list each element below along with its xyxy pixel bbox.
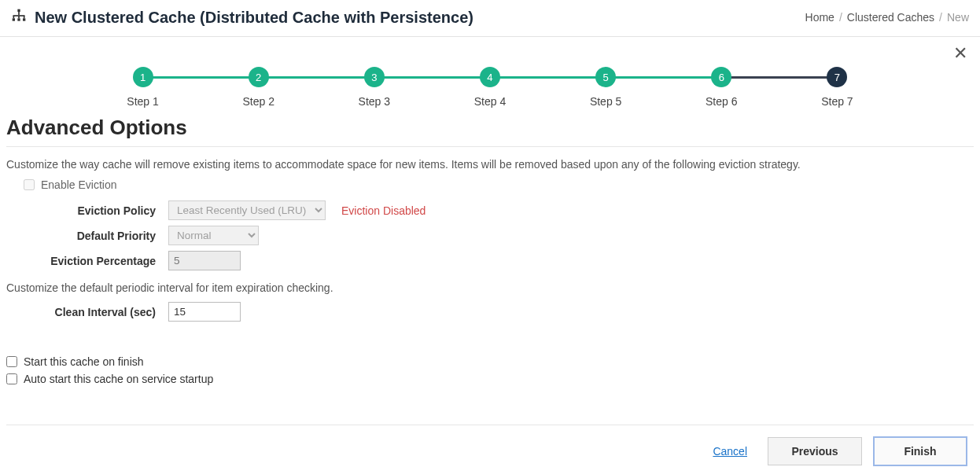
finish-button[interactable]: Finish [873, 436, 967, 466]
step-2[interactable]: 2 Step 2 [201, 67, 316, 108]
svg-rect-1 [13, 18, 15, 20]
step-line [606, 76, 721, 79]
breadcrumb-home[interactable]: Home [805, 11, 834, 24]
eviction-policy-label: Eviction Policy [6, 204, 156, 217]
svg-rect-0 [17, 9, 20, 12]
wizard-panel: ✕ 1 Step 1 2 Step 2 3 Step 3 4 Step 4 5 … [0, 37, 980, 467]
breadcrumb-sep: / [839, 11, 842, 24]
clean-interval-row: Clean Interval (sec) [6, 302, 974, 322]
svg-rect-8 [24, 16, 25, 18]
previous-button[interactable]: Previous [768, 437, 862, 465]
clean-interval-label: Clean Interval (sec) [6, 306, 156, 318]
svg-rect-6 [13, 16, 15, 18]
default-priority-select[interactable]: Normal [168, 226, 259, 245]
auto-start-row: Auto start this cache on service startup [6, 373, 974, 385]
step-label: Step 5 [590, 95, 621, 108]
eviction-pct-row: Eviction Percentage [6, 251, 974, 270]
step-circle: 7 [827, 67, 847, 87]
stepper: 1 Step 1 2 Step 2 3 Step 3 4 Step 4 5 St… [85, 67, 895, 108]
default-priority-row: Default Priority Normal [6, 226, 974, 245]
default-priority-label: Default Priority [6, 230, 156, 242]
auto-start-checkbox[interactable] [6, 373, 17, 384]
header-bar: New Clustered Cache (Distributed Cache w… [0, 0, 980, 37]
breadcrumb-parent[interactable]: Clustered Caches [847, 11, 934, 24]
step-7[interactable]: 7 Step 7 [779, 67, 895, 108]
step-line [490, 76, 606, 79]
step-line [721, 76, 837, 79]
step-circle: 3 [364, 67, 385, 87]
page-title: New Clustered Cache (Distributed Cache w… [35, 9, 473, 27]
start-on-finish-row: Start this cache on finish [6, 355, 974, 368]
breadcrumb-current: New [947, 11, 969, 24]
step-5[interactable]: 5 Step 5 [548, 67, 664, 108]
svg-rect-2 [17, 18, 20, 20]
eviction-policy-select[interactable]: Least Recently Used (LRU) [168, 200, 326, 220]
step-circle: 5 [595, 67, 616, 87]
auto-start-label: Auto start this cache on service startup [24, 373, 213, 385]
breadcrumb-sep: / [939, 11, 942, 24]
wizard-footer: Cancel Previous Finish [6, 425, 974, 466]
step-label: Step 6 [706, 95, 737, 108]
enable-eviction-checkbox[interactable] [24, 179, 35, 190]
step-1[interactable]: 1 Step 1 [85, 67, 201, 108]
step-label: Step 7 [821, 95, 853, 108]
start-on-finish-checkbox[interactable] [6, 356, 17, 367]
clean-interval-input[interactable] [168, 302, 241, 322]
clean-interval-help-text: Customize the default periodic interval … [6, 281, 974, 294]
svg-rect-7 [18, 16, 20, 18]
step-label: Step 1 [127, 95, 158, 108]
breadcrumb: Home / Clustered Caches / New [805, 11, 969, 24]
step-circle: 2 [249, 67, 269, 87]
step-6[interactable]: 6 Step 6 [664, 67, 779, 108]
step-circle: 1 [133, 67, 153, 87]
eviction-pct-input[interactable] [168, 251, 241, 270]
step-4[interactable]: 4 Step 4 [432, 67, 547, 108]
title-wrap: New Clustered Cache (Distributed Cache w… [11, 8, 473, 27]
step-circle: 4 [480, 67, 500, 87]
step-label: Step 4 [474, 95, 506, 108]
eviction-disabled-warning: Eviction Disabled [341, 204, 426, 217]
enable-eviction-row: Enable Eviction [24, 178, 974, 191]
eviction-help-text: Customize the way cache will remove exis… [6, 158, 974, 171]
step-line [374, 76, 490, 79]
step-circle: 6 [711, 67, 731, 87]
svg-rect-3 [23, 18, 25, 20]
section-title: Advanced Options [6, 116, 974, 140]
enable-eviction-label: Enable Eviction [41, 178, 117, 191]
sitemap-icon [11, 8, 27, 27]
eviction-pct-label: Eviction Percentage [6, 255, 156, 267]
divider [6, 146, 974, 147]
step-label: Step 3 [359, 95, 390, 108]
cancel-link[interactable]: Cancel [713, 445, 747, 458]
step-line [143, 76, 259, 79]
svg-rect-4 [18, 12, 20, 15]
start-on-finish-label: Start this cache on finish [24, 355, 144, 368]
step-3[interactable]: 3 Step 3 [316, 67, 432, 108]
step-line [259, 76, 374, 79]
close-icon[interactable]: ✕ [953, 45, 967, 62]
eviction-policy-row: Eviction Policy Least Recently Used (LRU… [6, 200, 974, 220]
step-label: Step 2 [242, 95, 274, 108]
